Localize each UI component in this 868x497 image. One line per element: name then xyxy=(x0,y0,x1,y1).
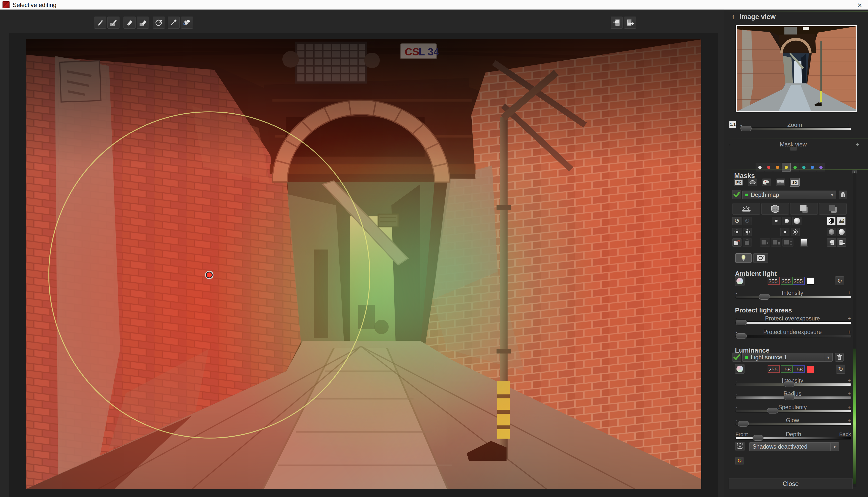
light-blue-field[interactable]: 58 xyxy=(793,365,805,373)
ambient-green-field[interactable]: 255 xyxy=(781,277,793,285)
specularity-handle[interactable] xyxy=(767,408,778,413)
light-source-marker[interactable] xyxy=(205,271,213,279)
delete-mask-button[interactable] xyxy=(839,190,847,199)
mask-color-blue[interactable] xyxy=(808,163,816,171)
round-light-brush-button[interactable] xyxy=(153,16,165,29)
import-mask-button[interactable] xyxy=(611,16,623,29)
sphere-small-button[interactable] xyxy=(772,217,781,225)
ambient-intensity-minus[interactable]: - xyxy=(735,289,738,296)
light-mode-back-button[interactable] xyxy=(819,203,847,215)
mask-color-purple[interactable] xyxy=(816,163,825,171)
glow-handle[interactable] xyxy=(738,421,749,427)
shadows-dropdown[interactable]: Shadows deactivated ▼ xyxy=(749,442,839,451)
light-color-swatch[interactable] xyxy=(807,366,814,373)
depth-slider[interactable] xyxy=(735,437,852,440)
glow-slider[interactable] xyxy=(735,423,852,426)
mask-tab-image[interactable] xyxy=(776,179,785,186)
ambient-color-wheel-button[interactable] xyxy=(735,276,744,286)
reset-light-color-button[interactable]: ↻ xyxy=(735,457,744,465)
light-edit-toggle[interactable] xyxy=(735,253,752,263)
ambient-red-field[interactable]: 255 xyxy=(768,277,780,285)
eraser-area-tool-button[interactable] xyxy=(137,16,149,29)
sphere-large-button[interactable] xyxy=(793,217,801,225)
light-source-dropdown[interactable]: Light source 1 ▼ xyxy=(742,353,832,361)
delete-light-source-button[interactable] xyxy=(835,353,844,361)
invert-mask-button[interactable] xyxy=(827,217,836,225)
fill-bucket-tool-button[interactable] xyxy=(181,16,193,29)
main-photo[interactable]: CS L 34 xyxy=(26,39,701,489)
depth-handle[interactable] xyxy=(753,435,763,441)
light-green-field[interactable]: 58 xyxy=(781,365,793,373)
matte-sphere-button[interactable] xyxy=(827,228,836,236)
protect-under-plus[interactable]: + xyxy=(848,329,851,336)
light-intensity-handle[interactable] xyxy=(784,381,795,387)
mask-color-white[interactable] xyxy=(756,163,764,171)
mask-view-slider[interactable] xyxy=(735,147,852,150)
close-button[interactable]: Close xyxy=(729,478,853,489)
mask-color-yellow[interactable] xyxy=(782,163,790,171)
mask-color-red[interactable] xyxy=(764,163,773,171)
grow-selection-button[interactable] xyxy=(781,228,789,236)
brush-area-tool-button[interactable] xyxy=(108,16,120,29)
mask-view-slider-handle[interactable] xyxy=(790,147,797,151)
brush-tool-button[interactable] xyxy=(94,16,106,29)
specularity-slider[interactable] xyxy=(735,410,852,412)
light-intensity-slider[interactable] xyxy=(735,383,852,386)
mask-enabled-checkbox[interactable] xyxy=(732,190,741,199)
shrink-mask-button[interactable] xyxy=(743,228,752,236)
mask-tab-lens[interactable] xyxy=(748,179,757,186)
panel-scrollbar-thumb[interactable] xyxy=(853,349,856,484)
protect-over-handle[interactable] xyxy=(736,320,747,325)
radius-slider[interactable] xyxy=(735,396,852,399)
mask-tab-palette[interactable] xyxy=(762,179,771,186)
light-mode-sun-button[interactable] xyxy=(732,203,760,215)
load-mask-button[interactable] xyxy=(827,238,836,247)
save-mask-button[interactable] xyxy=(837,238,846,247)
shadow-options-button[interactable] xyxy=(735,442,744,451)
ambient-intensity-handle[interactable] xyxy=(759,294,770,300)
light-color-wheel-button[interactable] xyxy=(735,364,744,374)
protect-under-handle[interactable] xyxy=(736,333,747,339)
feather-selection-button[interactable] xyxy=(791,228,800,236)
zoom-slider[interactable] xyxy=(740,127,851,130)
protect-under-slider[interactable] xyxy=(735,335,852,338)
copy-mask-button[interactable] xyxy=(743,238,752,247)
radius-handle[interactable] xyxy=(784,395,795,400)
zoom-1to1-button[interactable]: 1:1 xyxy=(729,121,736,128)
protect-over-plus[interactable]: + xyxy=(848,315,851,322)
copy-mask-layers-button[interactable] xyxy=(782,238,794,247)
ambient-color-swatch[interactable] xyxy=(807,277,814,285)
light-mode-object-button[interactable] xyxy=(761,203,789,215)
image-view-thumbnail[interactable] xyxy=(736,25,857,112)
light-reset-button[interactable]: ↻ xyxy=(836,365,845,374)
mask-color-teal[interactable] xyxy=(799,163,808,171)
light-source-enabled-checkbox[interactable] xyxy=(732,353,741,361)
ambient-intensity-slider[interactable] xyxy=(735,296,852,299)
mask-select-dropdown[interactable]: Depth map ▼ xyxy=(742,190,836,199)
image-view-header[interactable]: ↑ Image view xyxy=(732,13,776,21)
mask-tab-fx[interactable]: FX xyxy=(734,179,743,186)
export-mask-button[interactable] xyxy=(624,16,636,29)
mask-tab-3d[interactable]: 3D xyxy=(790,178,800,187)
expand-mask-button[interactable] xyxy=(732,228,742,236)
window-close-icon[interactable]: × xyxy=(857,0,862,10)
protect-over-slider[interactable] xyxy=(735,322,852,324)
eraser-tool-button[interactable] xyxy=(124,16,136,29)
copy-mask-all-button[interactable] xyxy=(771,238,781,247)
gloss-sphere-button[interactable] xyxy=(837,228,846,236)
ambient-blue-field[interactable]: 255 xyxy=(793,277,805,285)
mask-color-orange[interactable] xyxy=(773,163,782,171)
color-picker-tool-button[interactable] xyxy=(168,16,180,29)
mask-view-plus[interactable]: + xyxy=(856,141,859,148)
sphere-medium-button[interactable] xyxy=(782,217,791,225)
mask-view-minus[interactable]: - xyxy=(729,141,731,148)
panel-scrollbar[interactable] xyxy=(853,173,856,487)
camera-view-toggle[interactable] xyxy=(753,253,768,263)
edit-depth-button[interactable] xyxy=(837,217,846,225)
undo-button[interactable]: ↺ xyxy=(732,217,742,225)
ambient-reset-button[interactable]: ↻ xyxy=(835,276,844,285)
mask-color-green[interactable] xyxy=(791,163,799,171)
zoom-slider-handle[interactable] xyxy=(741,126,752,131)
paste-mask-button[interactable] xyxy=(732,238,742,247)
copy-mask-plus-button[interactable] xyxy=(760,238,770,247)
